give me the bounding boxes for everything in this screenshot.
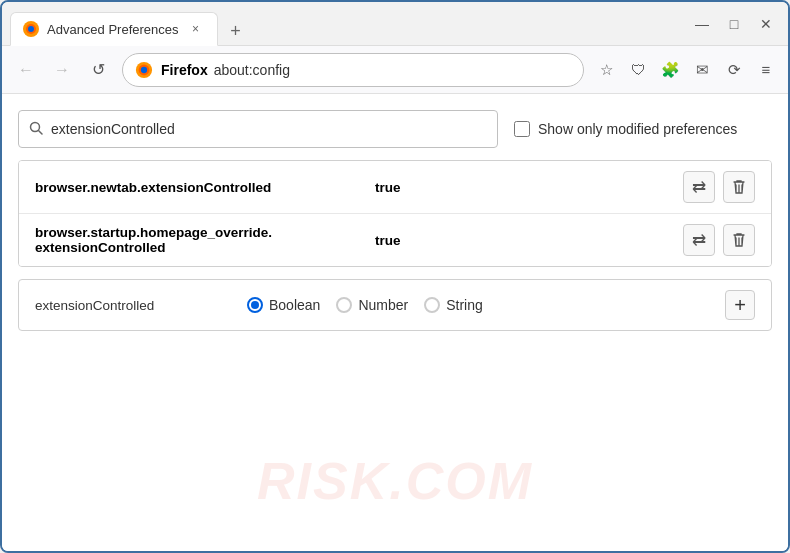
table-row: browser.startup.homepage_override. exten… — [19, 214, 771, 266]
sync-icon[interactable]: ⟳ — [720, 56, 748, 84]
table-row: browser.newtab.extensionControlled true … — [19, 161, 771, 214]
tab-favicon — [23, 21, 39, 37]
tab-close-button[interactable]: × — [187, 20, 205, 38]
back-button[interactable]: ← — [10, 54, 42, 86]
close-button[interactable]: ✕ — [752, 10, 780, 38]
radio-string[interactable]: String — [424, 297, 483, 313]
show-modified-checkbox[interactable] — [514, 121, 530, 137]
active-tab[interactable]: Advanced Preferences × — [10, 12, 218, 46]
browser-window: Advanced Preferences × + — □ ✕ ← → ↺ Fir… — [0, 0, 790, 553]
delete-icon-2 — [731, 231, 747, 249]
delete-icon — [731, 178, 747, 196]
svg-line-7 — [39, 130, 43, 134]
tab-container: Advanced Preferences × + — [10, 2, 680, 45]
transfer-icon: ⇄ — [692, 177, 706, 198]
delete-pref-1-button[interactable] — [723, 171, 755, 203]
reset-pref-2-button[interactable]: ⇄ — [683, 224, 715, 256]
search-bar-row: Show only modified preferences — [18, 110, 772, 148]
title-bar: Advanced Preferences × + — □ ✕ — [2, 2, 788, 46]
reset-pref-1-button[interactable]: ⇄ — [683, 171, 715, 203]
reload-button[interactable]: ↺ — [82, 54, 114, 86]
firefox-logo-icon — [135, 61, 153, 79]
radio-number-label: Number — [358, 297, 408, 313]
search-input[interactable] — [51, 121, 487, 137]
address-url: about:config — [214, 62, 290, 78]
browser-name: Firefox — [161, 62, 208, 78]
menu-icon[interactable]: ≡ — [752, 56, 780, 84]
shield-icon[interactable]: 🛡 — [624, 56, 652, 84]
svg-point-5 — [141, 66, 147, 72]
preferences-table: browser.newtab.extensionControlled true … — [18, 160, 772, 267]
pref-actions-1: ⇄ — [683, 171, 755, 203]
type-radio-group: Boolean Number String — [247, 297, 713, 313]
add-preference-row: extensionControlled Boolean Number Strin… — [18, 279, 772, 331]
bookmark-icon[interactable]: ☆ — [592, 56, 620, 84]
svg-point-2 — [28, 26, 34, 32]
pref-actions-2: ⇄ — [683, 224, 755, 256]
radio-boolean[interactable]: Boolean — [247, 297, 320, 313]
pref-name-2: browser.startup.homepage_override. exten… — [35, 225, 375, 255]
nav-bar: ← → ↺ Firefox about:config ☆ 🛡 🧩 ✉ ⟳ ≡ — [2, 46, 788, 94]
address-bar-text: Firefox about:config — [161, 62, 290, 78]
radio-number-circle — [336, 297, 352, 313]
tab-title: Advanced Preferences — [47, 22, 179, 37]
pref-name-1: browser.newtab.extensionControlled — [35, 180, 375, 195]
new-tab-button[interactable]: + — [222, 17, 250, 45]
transfer-icon-2: ⇄ — [692, 230, 706, 251]
pref-value-2: true — [375, 233, 683, 248]
window-controls: — □ ✕ — [688, 10, 780, 38]
add-pref-name: extensionControlled — [35, 298, 235, 313]
pref-value-1: true — [375, 180, 683, 195]
delete-pref-2-button[interactable] — [723, 224, 755, 256]
watermark: RISK.COM — [257, 451, 533, 511]
forward-button[interactable]: → — [46, 54, 78, 86]
minimize-button[interactable]: — — [688, 10, 716, 38]
radio-number[interactable]: Number — [336, 297, 408, 313]
show-modified-row: Show only modified preferences — [514, 121, 737, 137]
add-preference-button[interactable]: + — [725, 290, 755, 320]
mail-icon[interactable]: ✉ — [688, 56, 716, 84]
show-modified-label: Show only modified preferences — [538, 121, 737, 137]
maximize-button[interactable]: □ — [720, 10, 748, 38]
radio-boolean-circle — [247, 297, 263, 313]
extension-icon[interactable]: 🧩 — [656, 56, 684, 84]
search-input-wrapper[interactable] — [18, 110, 498, 148]
radio-string-label: String — [446, 297, 483, 313]
address-bar[interactable]: Firefox about:config — [122, 53, 584, 87]
radio-string-circle — [424, 297, 440, 313]
page-content: RISK.COM Show only modified preferences — [2, 94, 788, 551]
radio-boolean-label: Boolean — [269, 297, 320, 313]
search-icon — [29, 121, 43, 138]
nav-icons: ☆ 🛡 🧩 ✉ ⟳ ≡ — [592, 56, 780, 84]
